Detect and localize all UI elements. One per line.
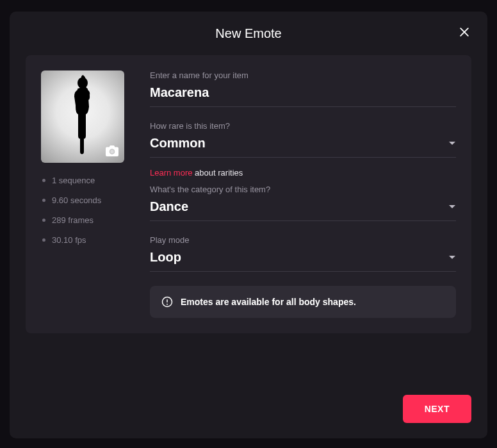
chevron-down-icon: [448, 204, 456, 210]
right-column: Enter a name for your item How rare is t…: [150, 71, 456, 318]
new-emote-modal: New Emote: [10, 12, 487, 438]
left-column: 1 sequence 9.60 seconds 289 frames 30.10…: [41, 71, 131, 318]
close-button[interactable]: [458, 26, 473, 41]
rarities-learn-row: Learn more about rarities: [150, 167, 456, 178]
category-select[interactable]: Dance: [150, 199, 456, 221]
rarity-select[interactable]: Common: [150, 136, 456, 158]
name-label: Enter a name for your item: [150, 71, 456, 80]
close-icon: [458, 26, 471, 38]
field-category: What's the category of this item? Dance: [150, 185, 456, 221]
modal-title: New Emote: [215, 26, 281, 41]
learn-more-text: about rarities: [192, 168, 243, 178]
name-input-row: [150, 85, 456, 107]
stat-fps: 30.10 fps: [42, 235, 131, 245]
stat-sequence: 1 sequence: [42, 176, 131, 185]
playmode-select[interactable]: Loop: [150, 250, 456, 272]
emote-stats: 1 sequence 9.60 seconds 289 frames 30.10…: [41, 176, 131, 245]
category-label: What's the category of this item?: [150, 185, 456, 194]
emote-thumbnail[interactable]: [41, 71, 124, 163]
info-message: Emotes are available for all body shapes…: [181, 297, 356, 307]
content-panel: 1 sequence 9.60 seconds 289 frames 30.10…: [26, 55, 471, 333]
rarity-label: How rare is this item?: [150, 121, 456, 131]
field-playmode: Play mode Loop: [150, 235, 456, 272]
stat-frames: 289 frames: [42, 215, 131, 225]
modal-footer: NEXT: [10, 382, 487, 438]
svg-point-7: [167, 304, 168, 305]
info-icon: [161, 296, 173, 308]
name-input[interactable]: [150, 85, 456, 100]
avatar-silhouette: [60, 74, 105, 155]
info-bar: Emotes are available for all body shapes…: [150, 286, 456, 318]
rarity-value: Common: [150, 136, 448, 151]
chevron-down-icon: [448, 255, 456, 260]
stat-duration: 9.60 seconds: [42, 195, 131, 205]
modal-header: New Emote: [10, 12, 487, 55]
camera-icon: [104, 144, 120, 159]
category-value: Dance: [150, 199, 448, 214]
chevron-down-icon: [448, 141, 456, 146]
field-name: Enter a name for your item: [150, 71, 456, 107]
next-button[interactable]: NEXT: [403, 395, 471, 423]
field-rarity: How rare is this item? Common Learn more…: [150, 121, 456, 178]
playmode-value: Loop: [150, 250, 448, 265]
learn-more-link[interactable]: Learn more: [150, 168, 192, 178]
playmode-label: Play mode: [150, 235, 456, 245]
